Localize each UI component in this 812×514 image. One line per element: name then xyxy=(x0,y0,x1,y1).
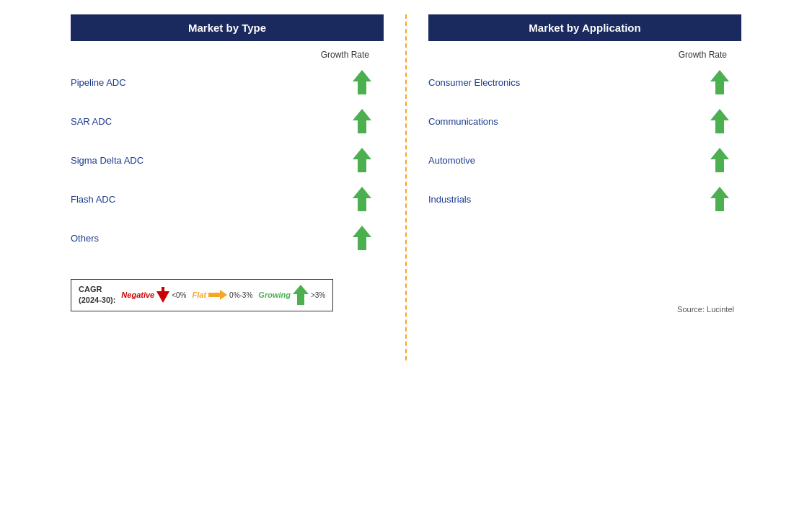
arrow-up-icon xyxy=(353,187,371,211)
right-row-automotive: Automotive xyxy=(428,141,741,180)
left-row-others: Others xyxy=(71,218,384,257)
left-label-others: Others xyxy=(71,233,99,244)
left-label-sigma: Sigma Delta ADC xyxy=(71,155,144,166)
arrow-up-growing-icon xyxy=(293,285,309,305)
svg-marker-6 xyxy=(208,290,227,300)
svg-marker-5 xyxy=(156,287,169,303)
arrow-down-icon xyxy=(156,287,169,303)
svg-marker-0 xyxy=(353,70,371,94)
left-panel: Market by Type Growth Rate Pipeline ADC … xyxy=(63,14,405,311)
svg-marker-2 xyxy=(353,148,371,172)
left-arrow-sigma xyxy=(348,148,384,172)
left-label-sar: SAR ADC xyxy=(71,116,112,127)
right-panel: Market by Application Growth Rate Consum… xyxy=(407,14,749,314)
legend-negative-range: <0% xyxy=(172,291,186,299)
svg-marker-7 xyxy=(293,285,309,305)
svg-marker-8 xyxy=(710,70,729,94)
right-arrow-industrials xyxy=(705,187,741,211)
main-container: Market by Type Growth Rate Pipeline ADC … xyxy=(0,0,812,514)
legend-growing-range: >3% xyxy=(311,291,325,299)
legend-flat-range: 0%-3% xyxy=(229,291,252,299)
svg-marker-3 xyxy=(353,187,371,211)
right-panel-header: Market by Application xyxy=(428,14,741,41)
right-row-communications: Communications xyxy=(428,102,741,141)
legend-flat-label: Flat xyxy=(193,291,207,299)
left-arrow-flash xyxy=(348,187,384,211)
right-arrow-consumer xyxy=(705,70,741,94)
arrow-up-icon xyxy=(710,70,729,94)
right-arrow-communications xyxy=(705,109,741,133)
right-growth-rate-label: Growth Rate xyxy=(679,50,727,60)
left-label-pipeline: Pipeline ADC xyxy=(71,77,126,88)
legend-negative: Negative <0% xyxy=(121,287,186,303)
svg-marker-11 xyxy=(710,187,729,211)
left-growth-rate-row: Growth Rate xyxy=(71,50,384,60)
right-label-industrials: Industrials xyxy=(428,194,471,205)
right-label-consumer: Consumer Electronics xyxy=(428,77,520,88)
right-row-consumer: Consumer Electronics xyxy=(428,63,741,102)
right-label-communications: Communications xyxy=(428,116,498,127)
left-row-sar: SAR ADC xyxy=(71,102,384,141)
arrow-up-icon xyxy=(353,148,371,172)
svg-marker-1 xyxy=(353,109,371,133)
legend-negative-label: Negative xyxy=(121,291,154,299)
svg-marker-9 xyxy=(710,109,729,133)
arrow-up-icon xyxy=(353,109,371,133)
svg-marker-10 xyxy=(710,148,729,172)
left-arrow-pipeline xyxy=(348,70,384,94)
left-arrow-others xyxy=(348,226,384,250)
right-label-automotive: Automotive xyxy=(428,155,475,166)
left-growth-rate-label: Growth Rate xyxy=(321,50,369,60)
source-text: Source: Lucintel xyxy=(428,305,741,314)
arrow-up-icon xyxy=(710,109,729,133)
right-growth-rate-row: Growth Rate xyxy=(428,50,741,60)
arrow-up-icon xyxy=(353,70,371,94)
arrow-up-icon xyxy=(710,187,729,211)
legend-cagr: CAGR (2024-30): xyxy=(79,284,115,306)
legend-growing: Growing >3% xyxy=(258,285,325,305)
legend-growing-label: Growing xyxy=(258,291,291,299)
left-row-pipeline: Pipeline ADC xyxy=(71,63,384,102)
left-row-sigma: Sigma Delta ADC xyxy=(71,141,384,180)
arrow-up-icon xyxy=(353,226,371,250)
arrow-up-icon xyxy=(710,148,729,172)
svg-marker-4 xyxy=(353,226,371,250)
left-label-flash: Flash ADC xyxy=(71,194,115,205)
left-arrow-sar xyxy=(348,109,384,133)
charts-wrapper: Market by Type Growth Rate Pipeline ADC … xyxy=(63,14,749,360)
left-row-flash: Flash ADC xyxy=(71,180,384,218)
legend-box: CAGR (2024-30): Negative <0% Flat 0%-3% xyxy=(71,279,333,311)
right-row-industrials: Industrials xyxy=(428,180,741,218)
legend-flat: Flat 0%-3% xyxy=(193,290,253,300)
left-panel-header: Market by Type xyxy=(71,14,384,41)
right-arrow-automotive xyxy=(705,148,741,172)
arrow-right-icon xyxy=(208,290,227,300)
